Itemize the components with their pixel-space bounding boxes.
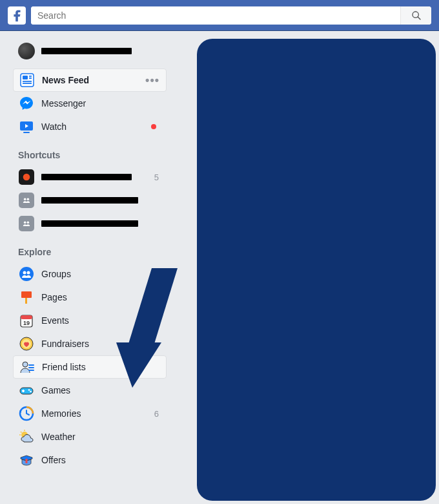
topbar: [0, 0, 439, 31]
search-input[interactable]: [31, 6, 400, 25]
sidebar-item-label: Offers: [41, 455, 161, 465]
count-badge: 1: [154, 316, 161, 326]
sidebar-item-label-redacted: [41, 195, 161, 205]
svg-rect-7: [29, 78, 32, 79]
sidebar-item-groups[interactable]: Groups: [13, 262, 167, 286]
count-badge: 14: [150, 293, 161, 302]
search-bar: [31, 6, 431, 25]
section-header: Shortcuts: [13, 138, 167, 165]
games-icon: [18, 382, 35, 399]
svg-point-26: [23, 362, 28, 367]
profile-link[interactable]: [13, 40, 167, 68]
pages-icon: [18, 289, 35, 306]
facebook-logo[interactable]: [8, 6, 26, 25]
group-icon: [18, 169, 35, 185]
watch-icon: [18, 118, 35, 135]
sidebar-item-label: Pages: [41, 292, 150, 302]
left-sidebar: News Feed•••MessengerWatch Shortcuts5Exp…: [0, 31, 167, 472]
nav-label: Messenger: [41, 98, 161, 109]
search-button[interactable]: [400, 6, 431, 25]
sidebar-item-fundraisers[interactable]: Fundraisers: [13, 332, 167, 355]
sidebar-item-label-redacted: [41, 218, 161, 229]
svg-rect-28: [28, 367, 34, 368]
groups-icon: [18, 266, 35, 282]
offers-icon: [18, 452, 35, 468]
count-badge: 5: [154, 173, 161, 182]
fundraisers-icon: [18, 335, 35, 352]
svg-rect-5: [23, 83, 32, 84]
sidebar-item-label: Groups: [41, 269, 161, 279]
more-options-icon[interactable]: •••: [145, 74, 161, 87]
avatar: [18, 43, 35, 59]
nav-label: News Feed: [42, 75, 145, 85]
memories-icon: [18, 405, 35, 422]
sidebar-item-label: Memories: [41, 408, 154, 419]
svg-point-13: [27, 198, 30, 201]
svg-rect-20: [21, 291, 32, 298]
sidebar-item-pages[interactable]: Pages14: [13, 286, 167, 309]
sidebar-item-shortcut-1[interactable]: 5: [13, 165, 167, 189]
svg-line-39: [21, 432, 22, 433]
svg-point-11: [23, 174, 30, 181]
weather-icon: [18, 428, 35, 445]
sidebar-item-label-redacted: [41, 172, 154, 182]
svg-point-18: [27, 271, 30, 275]
svg-rect-3: [23, 76, 28, 79]
svg-line-1: [418, 17, 420, 19]
sidebar-item-memories[interactable]: Memories6: [13, 402, 167, 425]
newsfeed-icon: [19, 72, 36, 89]
svg-rect-27: [28, 364, 34, 366]
friendlists-icon: [19, 359, 36, 375]
svg-rect-22: [21, 315, 32, 319]
sidebar-item-label: Games: [41, 385, 161, 395]
nav-label: Watch: [41, 121, 151, 132]
sidebar-item-shortcut-2[interactable]: [13, 189, 167, 212]
sidebar-item-label: Events: [41, 315, 154, 326]
svg-rect-4: [23, 81, 32, 82]
nav-news-feed[interactable]: News Feed•••: [13, 68, 167, 92]
events-icon: 19: [18, 312, 35, 329]
sidebar-item-events[interactable]: 19Events1: [13, 309, 167, 332]
svg-point-17: [23, 271, 26, 275]
svg-rect-32: [22, 390, 25, 392]
sidebar-item-games[interactable]: Games: [13, 379, 167, 402]
sidebar-item-label: Friend lists: [42, 362, 161, 372]
svg-text:19: 19: [23, 320, 30, 326]
svg-point-34: [30, 391, 32, 393]
sidebar-item-shortcut-3[interactable]: [13, 212, 167, 235]
sidebar-item-label: Fundraisers: [41, 339, 161, 349]
group-icon: [18, 192, 35, 209]
svg-rect-6: [29, 76, 32, 77]
svg-point-15: [27, 222, 30, 224]
count-badge: 6: [154, 409, 161, 419]
search-icon: [411, 10, 422, 21]
section-header: Explore: [13, 235, 167, 262]
svg-point-14: [24, 222, 26, 224]
svg-point-33: [28, 389, 30, 391]
notification-dot: [151, 124, 156, 129]
svg-rect-41: [26, 459, 28, 463]
svg-point-16: [19, 267, 34, 281]
sidebar-item-friend-lists[interactable]: Friend lists: [13, 355, 167, 379]
sidebar-item-weather[interactable]: Weather: [13, 425, 167, 448]
content-panel: [197, 39, 436, 501]
group-icon: [18, 215, 35, 232]
messenger-icon: [18, 95, 35, 112]
nav-messenger[interactable]: Messenger: [13, 92, 167, 115]
svg-rect-29: [28, 370, 34, 371]
profile-name-redacted: [41, 48, 132, 54]
svg-point-12: [24, 198, 26, 201]
sidebar-item-offers[interactable]: Offers: [13, 448, 167, 472]
sidebar-item-label: Weather: [41, 432, 161, 442]
nav-watch[interactable]: Watch: [13, 115, 167, 138]
